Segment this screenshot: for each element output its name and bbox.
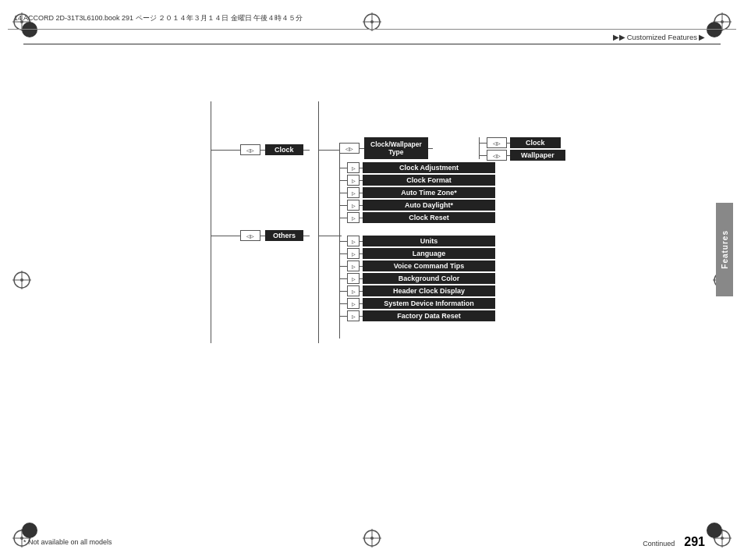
clock-icon-box-dbl: ◁▷ [240, 144, 260, 155]
side-tab-features: Features [716, 203, 733, 296]
fdr-label: Factory Data Reset [363, 310, 495, 321]
breadcrumb-suffix: ▶ [699, 33, 705, 41]
page-number: 291 [684, 535, 705, 549]
auto-tz-row: ▷ Auto Time Zone* [339, 187, 495, 198]
footnote: * Not available on all models [23, 538, 112, 546]
header-rule [23, 44, 721, 44]
sdi-label: System Device Information [363, 298, 495, 309]
breadcrumb: ▶▶ Customized Features ▶ [613, 33, 705, 41]
bg-color-label: Background Color [363, 273, 495, 284]
others-row: ◁▷ Others [240, 230, 310, 241]
clock-adj-label: Clock Adjustment [363, 162, 495, 173]
clock-child-label: Clock [510, 137, 561, 148]
hcd-row: ▷ Header Clock Display [339, 285, 495, 296]
v-line-left [211, 101, 211, 343]
bg-color-row: ▷ Background Color [339, 273, 495, 284]
vct-row: ▷ Voice Command Tips [339, 261, 495, 271]
top-bar-text: 14 ACCORD 2D-31T3L6100.book 291 ページ ２０１４… [14, 13, 303, 23]
reg-mark-ml [11, 269, 33, 291]
breadcrumb-prefix: ▶▶ [613, 33, 625, 41]
footer: * Not available on all models Continued … [23, 535, 705, 549]
clock-row: ◁▷ Clock [240, 144, 310, 155]
svg-point-19 [20, 278, 23, 282]
breadcrumb-title: Customized Features [627, 33, 697, 41]
clock-h-line-1 [211, 150, 242, 151]
others-icon-dbl: ◁▷ [240, 230, 260, 241]
side-tab-label: Features [721, 230, 729, 269]
svg-point-15 [721, 537, 724, 540]
continued-text: Continued [643, 540, 675, 548]
language-row: ▷ Language [339, 248, 495, 259]
clock-reset-label: Clock Reset [363, 212, 495, 223]
units-label: Units [363, 236, 495, 246]
clock-wallpaper-row: ◁▷ Clock/WallpaperType [339, 137, 433, 159]
clock-fmt-label: Clock Format [363, 175, 495, 186]
auto-tz-label: Auto Time Zone* [363, 187, 495, 198]
clock-fmt-row: ▷ Clock Format [339, 175, 495, 186]
vct-label: Voice Command Tips [363, 261, 495, 271]
auto-daylight-row: ▷ Auto Daylight* [339, 200, 495, 211]
units-row: ▷ Units [339, 236, 495, 246]
v-line-right [318, 101, 319, 343]
cwt-to-sub-h [428, 148, 433, 149]
others-h-right-1 [318, 236, 342, 236]
clock-child-row: ◁▷ Clock [479, 137, 561, 148]
cwt-label: Clock/WallpaperType [364, 137, 428, 159]
sdi-row: ▷ System Device Information [339, 298, 495, 309]
top-bar: 14 ACCORD 2D-31T3L6100.book 291 ページ ２０１４… [8, 8, 736, 30]
auto-daylight-label: Auto Daylight* [363, 200, 495, 211]
wallpaper-label: Wallpaper [510, 150, 565, 161]
others-label: Others [265, 230, 303, 241]
clock-reset-row: ▷ Clock Reset [339, 212, 495, 223]
corner-circle-br [707, 523, 722, 538]
clock-adj-row: ▷ Clock Adjustment [339, 162, 495, 173]
clock-h-right-1 [318, 150, 342, 151]
language-label: Language [363, 248, 495, 259]
fdr-row: ▷ Factory Data Reset [339, 310, 495, 321]
hcd-label: Header Clock Display [363, 285, 495, 296]
others-h-line-1 [211, 236, 242, 236]
clock-to-right-v [303, 150, 310, 151]
cwt-icon-dbl: ◁▷ [339, 143, 360, 154]
clock-label: Clock [265, 144, 303, 155]
wallpaper-child-row: ◁▷ Wallpaper [479, 150, 565, 161]
